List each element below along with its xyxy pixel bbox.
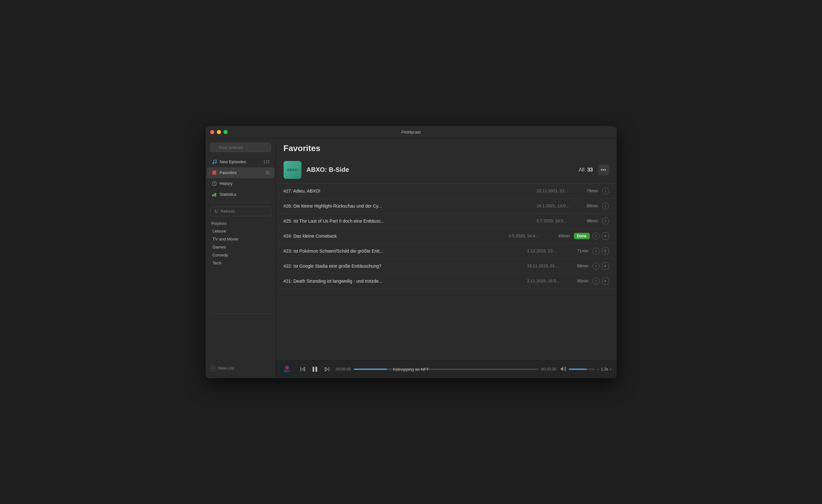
episode-title: #25: Ist The Last of Us Part II doch ein…	[284, 218, 533, 223]
sidebar-item-favorites[interactable]: Favorites 32	[207, 167, 274, 178]
sidebar-item-new-episodes[interactable]: New Episodes 122	[207, 156, 274, 167]
player-art-inner	[280, 363, 294, 376]
maximize-button[interactable]	[224, 130, 228, 134]
volume-fill	[569, 369, 586, 370]
player-center: 00:06:08 00:33:36	[336, 367, 556, 372]
episode-title: #21: Death Stranding ist langweilig - un…	[284, 279, 523, 284]
ellipsis-icon: •••	[601, 167, 606, 173]
bar-chart-icon	[212, 192, 217, 197]
episode-title: #24: Das kleine Comeback	[284, 233, 505, 238]
new-episodes-badge: 122	[263, 160, 270, 164]
nav-items: New Episodes 122 Favorites 32	[206, 156, 276, 200]
episode-info-button[interactable]: i	[602, 202, 609, 209]
episode-add-button[interactable]: +	[602, 247, 609, 255]
episode-add-button[interactable]: +	[602, 232, 609, 239]
main-layout: ⌕ New Episodes 122	[206, 138, 616, 378]
search-container: ⌕	[206, 143, 276, 156]
bookmark-icon	[212, 170, 217, 176]
divider-1	[210, 202, 271, 203]
episode-date: 3.5.2020, 14:4...	[509, 233, 550, 238]
refresh-button[interactable]: ↻ Refresh	[210, 207, 271, 216]
sidebar-item-history[interactable]: History	[207, 178, 274, 189]
player-controls	[298, 365, 332, 374]
svg-rect-3	[213, 194, 213, 196]
svg-rect-11	[316, 367, 317, 372]
episode-duration: 71min	[572, 248, 588, 253]
episode-row: #25: Ist The Last of Us Part II doch ein…	[276, 214, 616, 229]
episode-title: #26: Die kleine Highlight-Rückschau und …	[284, 203, 533, 208]
sidebar-item-statistics[interactable]: Statistics	[207, 189, 274, 200]
playlist-item-tech[interactable]: Tech	[207, 259, 274, 267]
content-header: Favorites	[276, 138, 616, 157]
playlists-header: Playlists	[206, 219, 276, 227]
episode-row: #21: Death Stranding ist langweilig - un…	[276, 274, 616, 289]
playlist-item-games[interactable]: Games	[207, 243, 274, 251]
search-wrapper: ⌕	[210, 143, 271, 152]
player-progress-fill	[354, 369, 387, 370]
episode-info-button[interactable]: i	[592, 278, 599, 285]
playlist-item-comedy[interactable]: Comedy	[207, 251, 274, 259]
done-badge: Done	[574, 233, 590, 239]
episodes-list: #27: Adieu, ABXO! 22.11.2021, 21:... 79m…	[276, 184, 616, 360]
episode-date: 5.7.2020, 18:5...	[537, 218, 578, 223]
episode-add-button[interactable]: +	[602, 263, 609, 270]
app-window: Poddycast ⌕	[206, 126, 616, 378]
svg-point-7	[285, 366, 289, 370]
more-options-button[interactable]: •••	[598, 164, 609, 175]
page-title: Favorites	[284, 143, 609, 153]
pause-button[interactable]	[310, 365, 319, 374]
episode-duration: 68min	[572, 264, 588, 268]
episode-info-button[interactable]: i	[592, 232, 599, 239]
episode-info-button[interactable]: i	[602, 217, 609, 224]
episode-actions: Done i +	[574, 232, 609, 239]
episode-row: #22: Ist Google Stadia eine große Enttäu…	[276, 259, 616, 274]
sidebar: ⌕ New Episodes 122	[206, 138, 276, 378]
speed-increase-button[interactable]: +	[609, 367, 612, 372]
new-list-label: New List	[219, 366, 235, 371]
volume-slider[interactable]	[569, 369, 594, 370]
new-list-button[interactable]: + New List	[206, 363, 276, 374]
episode-actions: i	[602, 217, 609, 224]
episode-actions: i +	[592, 247, 609, 255]
content-area: Favorites ABXO ABXO: B-Side All: 33 ••• …	[276, 138, 616, 378]
episode-row: #26: Die kleine Highlight-Rückschau und …	[276, 199, 616, 214]
podcast-name: ABXO: B-Side	[307, 166, 574, 173]
playlist-item-tv-movie[interactable]: TV and Movie	[207, 235, 274, 243]
next-button[interactable]	[323, 365, 332, 374]
player-progress-bar[interactable]	[354, 369, 538, 370]
playlist-item-leisure[interactable]: Leisure	[207, 227, 274, 235]
player-right-controls: − 1.3x +	[560, 366, 612, 372]
episode-date: 2.12.2019, 23:...	[527, 248, 569, 253]
close-button[interactable]	[210, 130, 214, 134]
episode-actions: i +	[592, 278, 609, 285]
minimize-button[interactable]	[217, 130, 221, 134]
episode-duration: 89min	[582, 203, 598, 208]
refresh-icon: ↻	[214, 209, 218, 214]
episode-duration: 95min	[572, 279, 588, 283]
search-input[interactable]	[210, 143, 271, 152]
episode-actions: i	[602, 202, 609, 209]
plus-circle-icon: +	[210, 365, 216, 371]
statistics-label: Statistics	[220, 192, 270, 197]
favorites-badge: 32	[265, 170, 270, 175]
podcast-artwork: ABXO	[284, 161, 302, 179]
episode-info-button[interactable]: i	[592, 247, 599, 255]
episode-actions: i +	[592, 263, 609, 270]
speed-value: 1.3x	[601, 367, 608, 372]
speed-decrease-button[interactable]: −	[597, 367, 599, 372]
episode-info-button[interactable]: i	[602, 187, 609, 194]
volume-icon	[560, 366, 566, 372]
divider-2	[210, 313, 271, 314]
episode-duration: 79min	[582, 188, 598, 193]
window-title: Poddycast	[401, 130, 421, 134]
player-artwork	[280, 363, 294, 376]
history-label: History	[220, 181, 270, 186]
clock-icon	[212, 181, 217, 186]
episode-date: 19.11.2019, 01:...	[527, 264, 569, 268]
episode-info-button[interactable]: i	[592, 263, 599, 270]
new-episodes-label: New Episodes	[220, 159, 261, 164]
episode-add-button[interactable]: +	[602, 278, 609, 285]
previous-button[interactable]	[298, 365, 307, 374]
podcast-header: ABXO ABXO: B-Side All: 33 •••	[276, 157, 616, 184]
episode-row: #27: Adieu, ABXO! 22.11.2021, 21:... 79m…	[276, 184, 616, 199]
